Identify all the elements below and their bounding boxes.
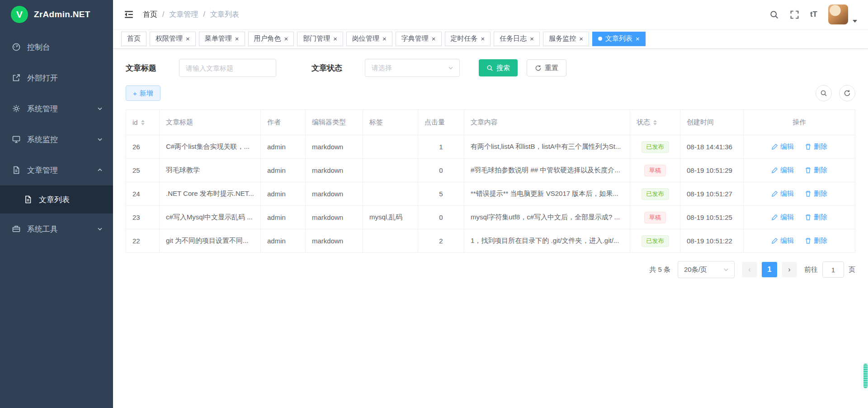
article-status-select[interactable]: 请选择 — [365, 59, 460, 77]
sidebar-item-article-list[interactable]: 文章列表 — [0, 185, 113, 213]
prev-page-button[interactable]: ‹ — [742, 262, 757, 277]
tab-task-log[interactable]: 任务日志× — [494, 32, 540, 46]
edit-button[interactable]: 编辑 — [771, 190, 794, 198]
delete-button[interactable]: 删除 — [805, 166, 827, 175]
edit-button[interactable]: 编辑 — [771, 166, 794, 175]
sort-icon[interactable] — [653, 120, 657, 125]
tab-service-monitor[interactable]: 服务监控× — [543, 32, 589, 46]
cell-title: git 为不同的项目设置不同... — [160, 229, 261, 253]
delete-button[interactable]: 删除 — [805, 237, 827, 245]
column-label: 点击量 — [425, 118, 445, 126]
breadcrumb-article-management[interactable]: 文章管理 — [169, 10, 198, 19]
sidebar-item-external-open[interactable]: 外部打开 — [0, 62, 113, 93]
table-row: 22 git 为不同的项目设置不同... admin markdown 2 1，… — [126, 229, 855, 253]
sidebar-item-system-tools[interactable]: 系统工具 — [0, 213, 113, 244]
tab-label: 用户角色 — [254, 34, 281, 43]
page-number-button[interactable]: 1 — [762, 262, 777, 277]
cell-id: 25 — [126, 159, 160, 182]
sidebar-item-system-management[interactable]: 系统管理 — [0, 93, 113, 124]
plus-icon: + — [133, 90, 137, 97]
search-icon — [820, 90, 827, 97]
close-icon[interactable]: × — [579, 35, 583, 42]
cell-editor: markdown — [306, 135, 363, 159]
gear-icon — [12, 104, 21, 113]
cell-id: 22 — [126, 229, 160, 253]
search-button[interactable]: 搜索 — [479, 59, 518, 76]
reset-button[interactable]: 重置 — [527, 59, 566, 76]
cell-title: .NET Core 发布时提示.NET... — [160, 182, 261, 206]
delete-button[interactable]: 删除 — [805, 190, 827, 198]
article-status-label: 文章状态 — [311, 63, 342, 73]
close-icon[interactable]: × — [382, 35, 387, 42]
cell-content: 1，找到项目所在目录下的 .git/文件夹，进入.git/... — [464, 229, 630, 253]
edit-label: 编辑 — [780, 166, 794, 175]
delete-label: 删除 — [814, 166, 827, 175]
tab-menu-management[interactable]: 菜单管理× — [199, 32, 245, 46]
table-row: 24 .NET Core 发布时提示.NET... admin markdown… — [126, 182, 855, 206]
column-header-title: 文章标题 — [160, 110, 261, 135]
tab-user-role[interactable]: 用户角色× — [248, 32, 294, 46]
close-icon[interactable]: × — [530, 35, 534, 42]
tab-label: 部门管理 — [303, 34, 330, 43]
cell-editor: markdown — [306, 229, 363, 253]
delete-button[interactable]: 删除 — [805, 213, 827, 222]
close-icon[interactable]: × — [432, 35, 436, 42]
sidebar-item-article-management[interactable]: 文章管理 — [0, 155, 113, 185]
scrollbar-thumb[interactable] — [863, 364, 868, 388]
add-button[interactable]: + 新增 — [126, 85, 160, 101]
table-toolbar: + 新增 — [126, 85, 855, 101]
close-icon[interactable]: × — [235, 35, 239, 42]
cell-tags — [363, 229, 418, 253]
logo[interactable]: V ZrAdmin.NET — [0, 0, 113, 29]
fullscreen-icon[interactable] — [790, 10, 799, 19]
toggle-search-button[interactable] — [816, 85, 832, 101]
tab-scheduled-task[interactable]: 定时任务× — [445, 32, 491, 46]
tab-dictionary[interactable]: 字典管理× — [396, 32, 442, 46]
refresh-table-button[interactable] — [839, 85, 855, 101]
sidebar: V ZrAdmin.NET 控制台 外部打开 系统管理 — [0, 0, 113, 408]
breadcrumb-separator: / — [162, 10, 164, 19]
goto-page-input[interactable] — [822, 261, 844, 278]
add-button-label: 新增 — [140, 89, 153, 98]
tab-post[interactable]: 岗位管理× — [346, 32, 392, 46]
user-menu-caret-icon[interactable] — [853, 20, 857, 23]
delete-button[interactable]: 删除 — [805, 142, 827, 151]
next-page-button[interactable]: › — [782, 262, 797, 277]
close-icon[interactable]: × — [186, 35, 190, 42]
cell-actions: 编辑 删除 — [744, 229, 855, 253]
edit-button[interactable]: 编辑 — [771, 142, 794, 151]
collapse-sidebar-icon[interactable] — [124, 9, 134, 19]
font-size-icon[interactable]: tT — [810, 10, 817, 19]
chevron-down-icon — [448, 65, 454, 71]
search-icon[interactable] — [769, 10, 779, 19]
column-label: 创建时间 — [687, 118, 714, 126]
tab-article-list[interactable]: 文章列表× — [592, 32, 646, 46]
page-content: 文章标题 文章状态 请选择 搜索 — [113, 49, 868, 408]
close-icon[interactable]: × — [481, 35, 485, 42]
refresh-icon — [535, 65, 542, 71]
tab-permission[interactable]: 权限管理× — [150, 32, 196, 46]
close-icon[interactable]: × — [284, 35, 288, 42]
goto-label: 前往 — [804, 266, 818, 274]
tab-home[interactable]: 首页 — [121, 32, 146, 46]
tab-department[interactable]: 部门管理× — [297, 32, 343, 46]
breadcrumb-home[interactable]: 首页 — [143, 10, 157, 19]
sidebar-item-dashboard[interactable]: 控制台 — [0, 32, 113, 62]
sidebar-item-label: 控制台 — [27, 42, 50, 52]
edit-button[interactable]: 编辑 — [771, 213, 794, 222]
sidebar-item-system-monitor[interactable]: 系统监控 — [0, 124, 113, 155]
column-header-author: 作者 — [261, 110, 306, 135]
cell-author: admin — [261, 159, 306, 182]
cell-id: 23 — [126, 206, 160, 229]
article-title-input[interactable] — [179, 59, 276, 77]
sort-icon[interactable] — [141, 120, 145, 125]
tab-label: 字典管理 — [401, 34, 429, 43]
avatar[interactable] — [828, 5, 848, 24]
edit-button[interactable]: 编辑 — [771, 237, 794, 245]
cell-author: admin — [261, 206, 306, 229]
page-size-select[interactable]: 20条/页 — [678, 261, 735, 278]
cell-created: 08-18 14:41:36 — [680, 135, 744, 159]
tab-label: 定时任务 — [451, 34, 478, 43]
close-icon[interactable]: × — [333, 35, 337, 42]
close-icon[interactable]: × — [636, 35, 640, 42]
